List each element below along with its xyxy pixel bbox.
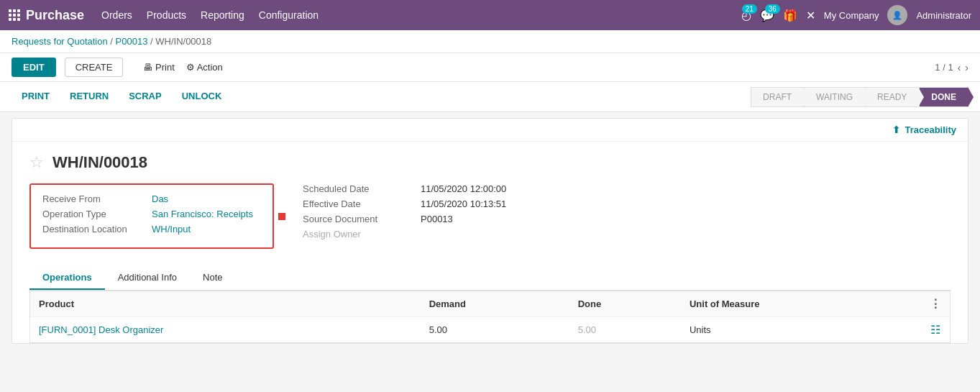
done-cell: 5.00 (569, 317, 681, 343)
column-menu-icon[interactable]: ⋮ (930, 298, 941, 310)
col-menu: ⋮ (921, 291, 950, 317)
source-document-label: Source Document (303, 214, 403, 224)
traceability-button[interactable]: ⬆ Traceability (892, 124, 956, 135)
scheduled-date-value: 11/05/2020 12:00:00 (421, 183, 506, 194)
fields-section: Receive From Das Operation Type San Fran… (12, 178, 968, 260)
scrap-btn[interactable]: SCRAP (119, 86, 172, 107)
print-action[interactable]: 🖶 Print (143, 62, 174, 73)
gift-icon[interactable]: 🎁 (783, 9, 797, 22)
receive-from-row: Receive From Das (42, 193, 261, 204)
detail-icon[interactable]: ☷ (930, 324, 940, 336)
receive-from-label: Receive From (42, 193, 143, 204)
card-header: ⬆ Traceability (12, 119, 968, 142)
main-menu: Orders Products Reporting Configuration (101, 9, 319, 21)
menu-products[interactable]: Products (147, 9, 186, 21)
edit-button[interactable]: EDIT (12, 58, 56, 77)
activity-badge: 21 (742, 4, 757, 14)
table-header-row: Product Demand Done Unit of Measure ⋮ (30, 291, 950, 317)
destination-location-label: Destination Location (42, 224, 143, 234)
assign-owner-label[interactable]: Assign Owner (303, 229, 403, 240)
next-button[interactable]: › (965, 62, 968, 73)
operation-type-row: Operation Type San Francisco: Receipts (42, 209, 261, 219)
effective-date-row: Effective Date 11/05/2020 10:13:51 (303, 199, 506, 209)
stage-draft[interactable]: DRAFT (751, 87, 804, 107)
stage-done[interactable]: DONE (919, 87, 968, 107)
pagination: 1 / 1 ‹ › (935, 62, 968, 73)
col-done: Done (569, 291, 681, 317)
apps-icon[interactable] (9, 9, 20, 21)
menu-reporting[interactable]: Reporting (201, 9, 244, 21)
table-row: [FURN_0001] Desk Organizer 5.00 5.00 Uni… (30, 317, 950, 343)
unlock-btn[interactable]: UNLOCK (172, 86, 232, 107)
avatar[interactable]: 👤 (887, 5, 907, 25)
toolbar-right: 1 / 1 ‹ › (935, 62, 968, 73)
app-brand: Purchase (9, 8, 84, 23)
tab-note[interactable]: Note (190, 266, 235, 290)
destination-location-value[interactable]: WH/Input (152, 224, 191, 234)
breadcrumb-p00013[interactable]: P00013 (116, 36, 148, 47)
effective-date-label: Effective Date (303, 199, 403, 209)
source-document-value: P00013 (421, 214, 453, 224)
destination-location-row: Destination Location WH/Input (42, 224, 261, 234)
status-bar: PRINT RETURN SCRAP UNLOCK DRAFT WAITING … (0, 82, 980, 112)
unit-cell: Units (681, 317, 921, 343)
breadcrumb-current: WH/IN/00018 (155, 36, 211, 47)
user-name: Administrator (916, 10, 971, 21)
tab-operations[interactable]: Operations (29, 266, 105, 290)
doc-title: WH/IN/00018 (52, 153, 147, 172)
traceability-arrow-icon: ⬆ (892, 124, 900, 135)
prev-button[interactable]: ‹ (958, 62, 961, 73)
close-icon[interactable]: ✕ (806, 9, 815, 22)
scheduled-date-label: Scheduled Date (303, 183, 403, 194)
fields-right: Scheduled Date 11/05/2020 12:00:00 Effec… (303, 183, 506, 249)
breadcrumb-rfq[interactable]: Requests for Quotation (12, 36, 108, 47)
red-dot-indicator (278, 213, 285, 220)
fields-left-bordered: Receive From Das Operation Type San Fran… (29, 183, 274, 249)
col-demand: Demand (421, 291, 569, 317)
favorite-star-icon[interactable]: ☆ (29, 153, 44, 172)
operation-type-label: Operation Type (42, 209, 143, 219)
row-action-cell[interactable]: ☷ (921, 317, 950, 343)
stage-ready[interactable]: READY (865, 87, 919, 107)
print-status-btn[interactable]: PRINT (12, 86, 60, 107)
toolbar-actions: 🖶 Print ⚙ Action (143, 62, 222, 73)
breadcrumb: Requests for Quotation / P00013 / WH/IN/… (0, 30, 980, 53)
doc-title-row: ☆ WH/IN/00018 (12, 142, 968, 178)
assign-owner-row: Assign Owner (303, 229, 506, 240)
messages-badge: 36 (765, 4, 780, 14)
receive-from-value[interactable]: Das (152, 193, 168, 204)
topnav-right: ◴ 21 💬 36 🎁 ✕ My Company 👤 Administrator (741, 5, 971, 25)
action-menu[interactable]: ⚙ Action (186, 62, 223, 73)
company-name: My Company (824, 10, 879, 21)
stage-waiting[interactable]: WAITING (804, 87, 865, 107)
tabs-row: Operations Additional Info Note (29, 266, 951, 291)
menu-orders[interactable]: Orders (101, 9, 132, 21)
toolbar: EDIT CREATE 🖶 Print ⚙ Action 1 / 1 ‹ › (0, 53, 980, 82)
stage-pipeline: DRAFT WAITING READY DONE (751, 87, 968, 107)
scheduled-date-row: Scheduled Date 11/05/2020 12:00:00 (303, 183, 506, 194)
operations-table-container: Product Demand Done Unit of Measure ⋮ [F… (29, 291, 951, 343)
main-content: ⬆ Traceability ☆ WH/IN/00018 Receive Fro… (0, 118, 980, 355)
source-document-row: Source Document P00013 (303, 214, 506, 224)
messages-icon[interactable]: 💬 36 (760, 9, 774, 22)
demand-cell: 5.00 (421, 317, 569, 343)
col-product: Product (30, 291, 421, 317)
document-card: ⬆ Traceability ☆ WH/IN/00018 Receive Fro… (12, 118, 968, 344)
operation-type-value[interactable]: San Francisco: Receipts (152, 209, 253, 219)
tab-additional-info[interactable]: Additional Info (105, 266, 190, 290)
product-cell[interactable]: [FURN_0001] Desk Organizer (30, 317, 421, 343)
top-navigation: Purchase Orders Products Reporting Confi… (0, 0, 980, 30)
operations-table: Product Demand Done Unit of Measure ⋮ [F… (30, 291, 950, 342)
activity-icon[interactable]: ◴ 21 (741, 9, 751, 22)
avatar-initials: 👤 (892, 11, 902, 20)
effective-date-value: 11/05/2020 10:13:51 (421, 199, 506, 209)
return-btn[interactable]: RETURN (60, 86, 119, 107)
create-button[interactable]: CREATE (65, 58, 124, 77)
col-unit: Unit of Measure (681, 291, 921, 317)
brand-name: Purchase (26, 8, 84, 23)
menu-configuration[interactable]: Configuration (259, 9, 319, 21)
